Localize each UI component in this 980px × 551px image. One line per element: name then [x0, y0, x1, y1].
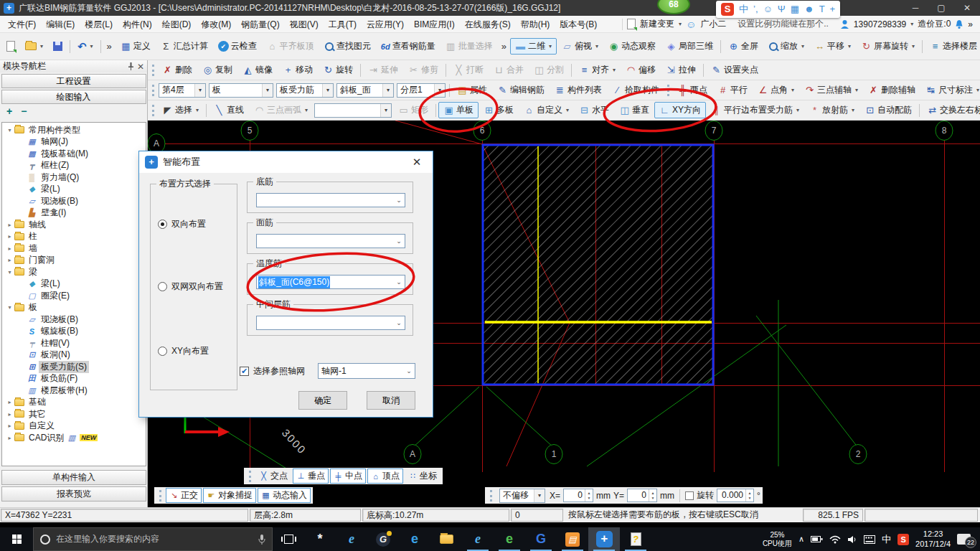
tree-folder-23[interactable]: ▸基础 — [2, 397, 146, 409]
open-file-icon[interactable]: ▾ — [20, 40, 48, 52]
tree-item-1[interactable]: ▦轴网(J) — [2, 136, 146, 149]
spinner-arrows[interactable]: ▲▼ — [649, 489, 656, 501]
speaker-icon[interactable] — [847, 535, 857, 544]
vertex-snap-icon[interactable]: ⌂顶点 — [367, 468, 403, 484]
report-preview-button[interactable]: 报表预览 — [1, 486, 146, 501]
ortho-icon[interactable]: ↘正交 — [166, 488, 202, 503]
tree-folder-0[interactable]: ▾常用构件类型 — [2, 124, 146, 136]
maximize-button[interactable]: ▢ — [928, 0, 954, 16]
edge-browser-icon[interactable]: e — [399, 527, 430, 551]
tree-item-21[interactable]: 田板负筋(F) — [2, 373, 146, 385]
close-button[interactable]: ✕ — [954, 0, 980, 16]
axis-checkbox[interactable]: ✔ — [240, 367, 249, 376]
glodon-g-icon[interactable]: G — [525, 527, 557, 551]
save-icon[interactable] — [48, 39, 67, 53]
tree-folder-8[interactable]: ▸轴线 — [2, 219, 146, 231]
tree-folder-12[interactable]: ▾梁 — [2, 266, 146, 278]
search-input[interactable]: 在这里输入你要搜索的内容 — [33, 527, 273, 551]
dynamic-input-icon[interactable]: ▦动态输入 — [258, 488, 311, 503]
sogou-tray-icon[interactable]: S — [897, 534, 909, 545]
radio-双网双向布置[interactable]: 双网双向布置 — [158, 281, 223, 293]
tree-folder-10[interactable]: ▸墙 — [2, 242, 146, 255]
cpu-meter[interactable]: 25%CPU使用 — [763, 531, 792, 548]
cancel-button[interactable]: 取消 — [367, 391, 415, 410]
new-file-icon[interactable] — [1, 39, 20, 54]
mic-icon[interactable] — [258, 534, 265, 545]
tree-item-18[interactable]: ┯柱帽(V) — [2, 337, 146, 349]
project-settings-button[interactable]: 工程设置 — [1, 74, 146, 88]
menu-item-8[interactable]: 工具(T) — [324, 16, 362, 33]
custom-range-icon[interactable]: ⌂自定义▾ — [519, 102, 574, 118]
arc-param-combo[interactable]: ▾ — [314, 103, 392, 118]
copy-icon[interactable]: ◎复制 — [197, 62, 237, 78]
notification-center-icon[interactable]: 22 — [957, 534, 971, 545]
pinwheel-app-icon[interactable]: * — [304, 527, 336, 551]
expand-all-icon[interactable]: + — [6, 105, 12, 117]
grip-handle[interactable] — [159, 490, 161, 501]
ggj-app-icon[interactable]: + — [588, 527, 620, 551]
menu-item-9[interactable]: 云应用(Y) — [362, 16, 409, 33]
two-point-axis-icon[interactable]: ╬两点 — [672, 82, 712, 98]
panel-close-icon[interactable]: ✕ — [137, 62, 144, 72]
tree-item-7[interactable]: ▙壁龛(I) — [2, 207, 146, 220]
rebar-type-combo[interactable]: 板受力筋▾ — [276, 83, 334, 98]
mirror-icon[interactable]: ◭镜像 — [237, 62, 278, 78]
component-list-icon[interactable]: ≣构件列表 — [550, 82, 607, 98]
field-combo-温度筋[interactable]: 斜板_面(C6@150)⌄ — [256, 275, 405, 289]
vertical-icon[interactable]: ◫垂直 — [614, 102, 654, 118]
account-phone[interactable]: 13907298339 — [854, 19, 906, 29]
mic-icon[interactable]: Ψ — [778, 1, 786, 17]
chevron-right-icon[interactable]: ▸ — [6, 245, 14, 252]
task-view-button[interactable] — [273, 527, 304, 551]
menu-item-3[interactable]: 构件(N) — [118, 16, 157, 33]
tree-item-17[interactable]: S螺旋板(B) — [2, 326, 146, 338]
grip-handle[interactable] — [152, 65, 154, 76]
ok-button[interactable]: 确定 — [298, 391, 347, 410]
single-slab-icon[interactable]: ▣单板 — [438, 102, 479, 118]
element-type-combo[interactable]: 板▾ — [209, 83, 273, 98]
battery-icon[interactable] — [811, 535, 823, 543]
delete-aux-axis-icon[interactable]: ✗删除辅轴 — [863, 82, 920, 98]
tree-folder-11[interactable]: ▸门窗洞 — [2, 255, 146, 267]
new-change-button[interactable]: 新建变更 — [640, 18, 674, 30]
menu-item-6[interactable]: 钢筋量(Q) — [236, 16, 284, 33]
toolbar-overflow-chevron[interactable]: » — [103, 41, 116, 52]
rotate-checkbox[interactable] — [685, 491, 694, 500]
menu-item-4[interactable]: 绘图(D) — [157, 16, 197, 33]
grip-handle[interactable] — [667, 85, 669, 96]
grip-handle[interactable] — [152, 85, 154, 96]
tree-folder-9[interactable]: ▸柱 — [2, 231, 146, 243]
pin-icon[interactable] — [128, 62, 134, 70]
menu-item-2[interactable]: 楼层(L) — [80, 16, 118, 33]
single-component-input-button[interactable]: 单构件输入 — [1, 470, 146, 485]
sogou-logo-icon[interactable]: S — [721, 3, 734, 16]
field-combo-底筋[interactable]: ⌄ — [256, 193, 405, 207]
select-tool-icon[interactable]: ◤选择▾ — [157, 102, 204, 118]
calc-sum-icon[interactable]: Σ汇总计算 — [156, 38, 213, 55]
tree-item-22[interactable]: ▥楼层板带(H) — [2, 385, 146, 397]
menu-item-5[interactable]: 修改(M) — [196, 16, 236, 33]
minimize-button[interactable]: ─ — [903, 0, 928, 16]
chevron-right-icon[interactable]: ▸ — [6, 399, 14, 405]
grip-handle[interactable] — [490, 490, 492, 501]
radio-双向布置[interactable]: 双向布置 — [158, 218, 206, 230]
spinner-arrows[interactable]: ▲▼ — [745, 489, 753, 501]
menu-item-13[interactable]: 版本号(B) — [555, 16, 602, 33]
intersection-snap-icon[interactable]: ╳交点 — [255, 468, 291, 484]
toolbar-overflow-chevron[interactable]: » — [498, 41, 510, 52]
multi-slab-icon[interactable]: ⊞多板 — [479, 102, 519, 118]
menu-item-11[interactable]: 在线服务(S) — [460, 16, 516, 33]
tree-item-20[interactable]: ⊞板受力筋(S) — [2, 361, 146, 373]
tree-folder-25[interactable]: ▸自定义 — [2, 420, 146, 433]
top-view-icon[interactable]: ▱俯视▾ — [557, 38, 603, 55]
line-tool-icon[interactable]: ╲直线 — [209, 102, 249, 118]
bell-icon[interactable] — [955, 19, 963, 29]
menu-item-7[interactable]: 视图(V) — [285, 16, 324, 33]
object-snap-icon[interactable]: ☛对象捕捉 — [203, 488, 256, 503]
punctuation-icon[interactable]: ’, — [753, 1, 758, 17]
tree-item-4[interactable]: ▒剪力墙(Q) — [2, 171, 146, 184]
offset-mode-combo[interactable]: 不偏移▾ — [499, 489, 545, 503]
chevron-down-icon[interactable]: ▾ — [6, 127, 14, 133]
properties-icon[interactable]: ▤属性 — [452, 82, 492, 98]
parallel-edge-rebar-icon[interactable]: ∥平行边布置受力筋▾ — [706, 102, 804, 118]
